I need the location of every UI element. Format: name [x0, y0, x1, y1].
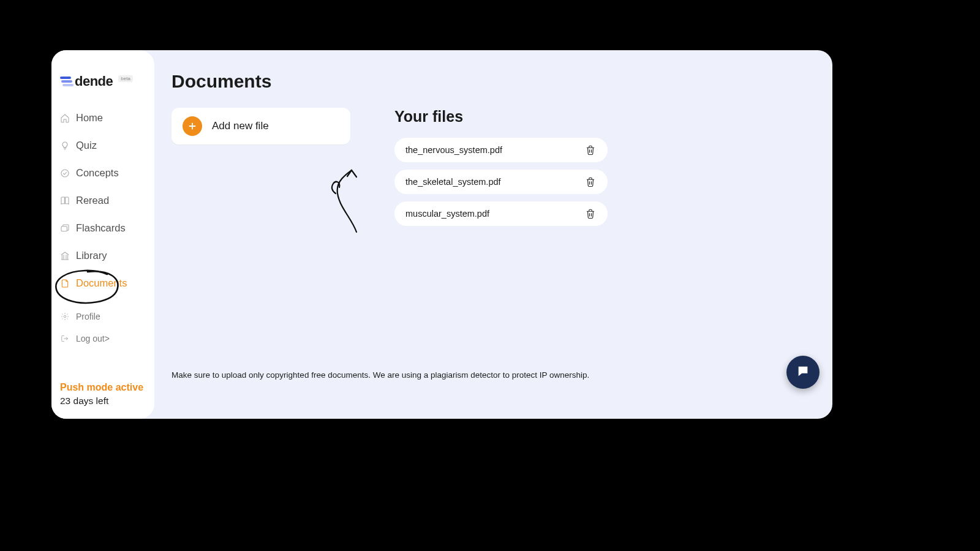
sidebar-item-label: Reread [76, 195, 109, 206]
content-row: Add new file Your files the_nervous_syst… [172, 108, 820, 226]
sidebar-item-label: Concepts [76, 167, 119, 179]
page-title: Documents [172, 71, 820, 92]
svg-rect-1 [61, 226, 67, 231]
sidebar-item-label: Quiz [76, 140, 97, 151]
footer-note: Make sure to upload only copyrighted fre… [172, 370, 808, 380]
push-mode-title: Push mode active [60, 381, 146, 394]
plus-icon [183, 116, 202, 136]
sidebar-item-quiz[interactable]: Quiz [60, 132, 146, 159]
sidebar-item-label: Documents [76, 277, 127, 289]
main-content: Documents Add new file Your files the_ne… [154, 50, 832, 419]
logo-text: dende [75, 73, 113, 89]
gear-icon [60, 312, 70, 321]
files-column: Your files the_nervous_system.pdf the_sk… [394, 108, 608, 226]
file-name: the_nervous_system.pdf [405, 145, 502, 155]
chat-icon [796, 364, 810, 380]
push-mode-status: Push mode active 23 days left [60, 381, 146, 407]
bulb-icon [60, 141, 70, 151]
trash-icon[interactable] [584, 144, 597, 156]
sidebar-item-label: Home [76, 112, 103, 124]
sidebar-item-library[interactable]: Library [60, 242, 146, 269]
sidebar-item-concepts[interactable]: Concepts [60, 159, 146, 187]
sidebar-item-profile[interactable]: Profile [60, 305, 146, 328]
push-mode-days: 23 days left [60, 395, 146, 407]
sidebar-item-label: Profile [76, 312, 100, 321]
app-window: dende beta Home Quiz Concepts Reread [51, 50, 832, 419]
logout-icon [60, 334, 70, 343]
check-circle-icon [60, 168, 70, 178]
cards-icon [60, 223, 70, 233]
sidebar-item-flashcards[interactable]: Flashcards [60, 214, 146, 242]
add-file-button[interactable]: Add new file [172, 108, 350, 144]
trash-icon[interactable] [584, 208, 597, 220]
document-icon [60, 279, 70, 288]
sidebar-item-documents[interactable]: Documents [60, 269, 146, 297]
library-icon [60, 251, 70, 261]
file-row[interactable]: the_nervous_system.pdf [394, 138, 608, 162]
file-name: muscular_system.pdf [405, 209, 489, 219]
sidebar: dende beta Home Quiz Concepts Reread [51, 50, 154, 419]
sidebar-item-home[interactable]: Home [60, 104, 146, 132]
add-file-label: Add new file [212, 120, 269, 132]
files-heading: Your files [394, 108, 608, 126]
svg-point-0 [61, 170, 69, 177]
file-row[interactable]: the_skeletal_system.pdf [394, 170, 608, 194]
trash-icon[interactable] [584, 176, 597, 188]
file-row[interactable]: muscular_system.pdf [394, 201, 608, 226]
sidebar-item-logout[interactable]: Log out> [60, 328, 146, 350]
sidebar-item-label: Flashcards [76, 222, 126, 234]
home-icon [60, 113, 70, 123]
sidebar-item-reread[interactable]: Reread [60, 187, 146, 214]
book-icon [60, 196, 70, 206]
beta-badge: beta [118, 75, 133, 82]
chat-fab[interactable] [786, 356, 820, 389]
file-name: the_skeletal_system.pdf [405, 177, 501, 187]
logo[interactable]: dende beta [60, 73, 146, 89]
sidebar-nav: Home Quiz Concepts Reread Flashcards Lib… [60, 104, 146, 350]
sidebar-item-label: Library [76, 250, 107, 261]
sidebar-item-label: Log out> [76, 334, 110, 343]
logo-icon [60, 77, 71, 86]
file-list: the_nervous_system.pdf the_skeletal_syst… [394, 138, 608, 226]
svg-point-2 [64, 315, 66, 318]
